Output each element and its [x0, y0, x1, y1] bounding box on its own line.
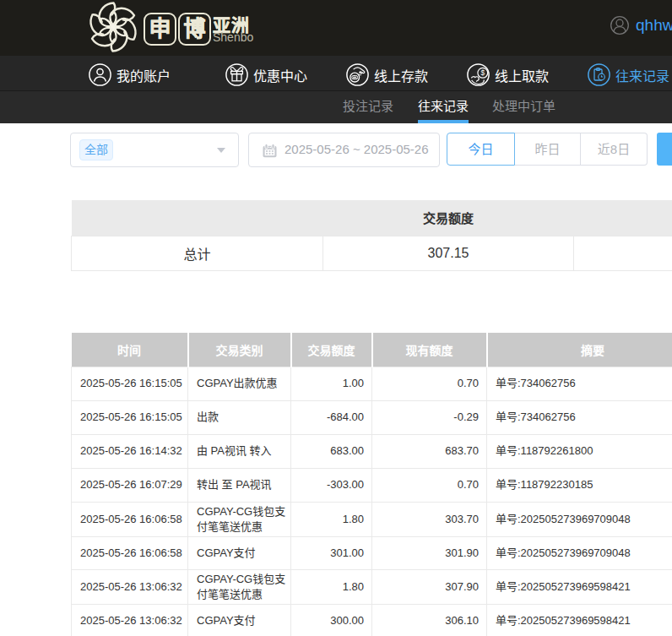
svg-text:$: $: [480, 68, 485, 77]
